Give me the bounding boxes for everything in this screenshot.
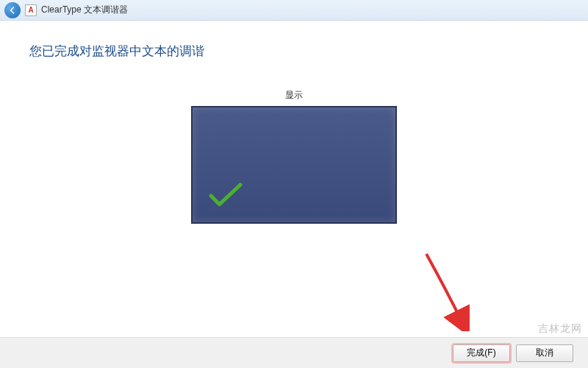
watermark-text: 吉林龙网 <box>538 322 582 336</box>
cancel-button[interactable]: 取消 <box>516 344 573 362</box>
monitor-label: 显示 <box>285 89 303 102</box>
window-title: ClearType 文本调谐器 <box>41 4 128 16</box>
footer-bar: 完成(F) 取消 <box>0 337 588 368</box>
finish-button[interactable]: 完成(F) <box>453 344 510 362</box>
content-area: 您已完成对监视器中文本的调谐 显示 <box>0 21 588 337</box>
checkmark-icon <box>207 181 244 213</box>
arrow-left-icon <box>8 6 17 15</box>
titlebar: A ClearType 文本调谐器 <box>0 0 588 21</box>
app-icon: A <box>25 4 37 16</box>
back-button[interactable] <box>4 2 21 18</box>
app-icon-glyph: A <box>28 6 33 14</box>
monitor-preview <box>191 106 397 224</box>
monitor-section: 显示 <box>29 89 559 224</box>
page-headline: 您已完成对监视器中文本的调谐 <box>29 43 559 60</box>
